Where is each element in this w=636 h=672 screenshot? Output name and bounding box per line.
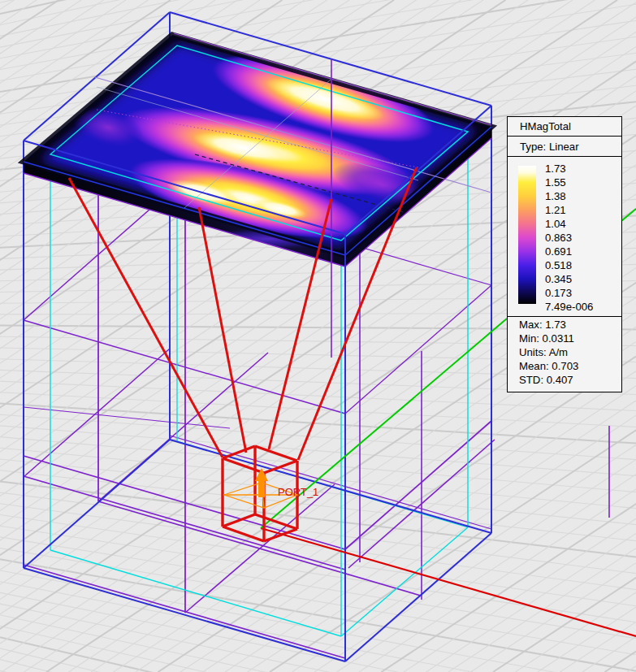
svg-text:0.345: 0.345 (545, 273, 572, 285)
svg-text:0.863: 0.863 (545, 232, 572, 244)
svg-text:7.49e-006: 7.49e-006 (545, 301, 593, 313)
svg-text:HMagTotal: HMagTotal (520, 120, 571, 132)
svg-text:STD: 0.407: STD: 0.407 (519, 374, 573, 386)
svg-text:PORT_1: PORT_1 (278, 486, 318, 498)
svg-text:1.55: 1.55 (545, 176, 566, 189)
svg-text:0.518: 0.518 (545, 259, 572, 271)
svg-text:1.73: 1.73 (545, 163, 566, 175)
svg-text:0.691: 0.691 (545, 245, 572, 258)
svg-text:Min: 0.0311: Min: 0.0311 (519, 332, 574, 345)
svg-text:1.38: 1.38 (545, 190, 566, 202)
svg-text:Mean: 0.703: Mean: 0.703 (519, 360, 578, 372)
svg-text:1.04: 1.04 (545, 218, 566, 230)
svg-text:0.173: 0.173 (545, 287, 572, 299)
svg-text:1.21: 1.21 (545, 204, 566, 216)
svg-text:Units: A/m: Units: A/m (519, 346, 568, 358)
svg-text:Max: 1.73: Max: 1.73 (519, 319, 566, 331)
svg-text:Type: Linear: Type: Linear (520, 141, 579, 153)
